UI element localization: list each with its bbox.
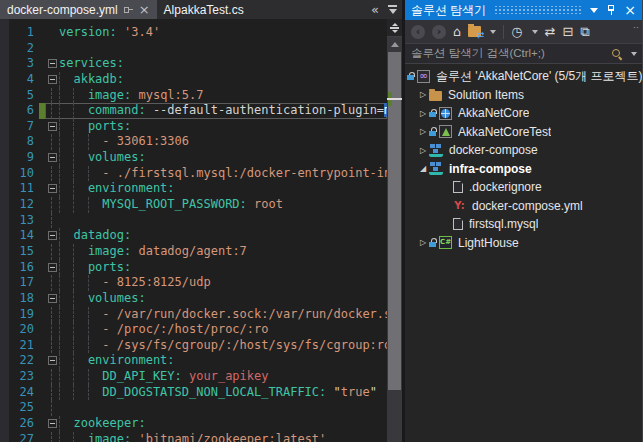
code-line[interactable]: 1version: '3.4' xyxy=(0,25,387,41)
expander-expanded-icon[interactable]: ◢ xyxy=(417,164,429,173)
search-icon[interactable] xyxy=(611,48,623,60)
collapse-all-icon[interactable]: ⊟ xyxy=(563,25,574,38)
switch-views-icon[interactable] xyxy=(468,26,481,37)
token: - ./firstsql.mysql:/docker-entrypoint-in… xyxy=(102,166,387,180)
collapse-toggle-icon[interactable] xyxy=(48,231,57,240)
code-line[interactable]: 19- /var/run/docker.sock:/var/run/docker… xyxy=(0,307,387,323)
code-line[interactable]: 25 xyxy=(0,400,387,416)
code-line[interactable]: 9volumes: xyxy=(0,150,387,166)
tree-item-firstsql-mysql[interactable]: firstsql.mysql xyxy=(405,215,642,234)
code-line[interactable]: 14datadog: xyxy=(0,228,387,244)
split-window-handle-icon[interactable] xyxy=(387,19,402,37)
code-line[interactable]: 8- 33061:3306 xyxy=(0,134,387,150)
fold-margin xyxy=(45,72,59,88)
fold-margin xyxy=(45,244,59,260)
pin-panel-icon[interactable] xyxy=(608,5,614,15)
code-line[interactable]: 4akkadb: xyxy=(0,72,387,88)
collapse-toggle-icon[interactable] xyxy=(48,59,57,68)
code-line[interactable]: 20- /proc/:/host/proc/:ro xyxy=(0,322,387,338)
code-line[interactable]: 17- 8125:8125/udp xyxy=(0,275,387,291)
line-number: 27 xyxy=(9,432,39,442)
pending-changes-filter-caret-icon[interactable] xyxy=(532,30,538,34)
editor-scrollbar[interactable] xyxy=(387,19,402,442)
code-line[interactable]: 24DD_DOGSTATSD_NON_LOCAL_TRAFFIC: "true" xyxy=(0,385,387,401)
show-all-files-icon[interactable]: ⧉ xyxy=(580,25,589,38)
expander-collapsed-icon[interactable]: ▷ xyxy=(417,109,429,118)
fold-margin xyxy=(45,213,59,229)
code-line[interactable]: 21- /sys/fs/cgroup/:/host/sys/fs/cgroup:… xyxy=(0,338,387,354)
code-line[interactable]: 26zookeeper: xyxy=(0,416,387,432)
back-icon[interactable]: ‹ xyxy=(411,25,425,39)
code-line[interactable]: 23DD_API_KEY: your_apikey xyxy=(0,369,387,385)
expander-collapsed-icon[interactable]: ▷ xyxy=(417,90,429,99)
switch-views-caret-icon[interactable] xyxy=(490,30,496,34)
tree-item-akkanetcore[interactable]: ▷AkkaNetCore xyxy=(405,104,642,123)
tab-list-dropdown-icon[interactable] xyxy=(388,5,397,14)
code-line[interactable]: 13 xyxy=(0,213,387,229)
line-number: 4 xyxy=(9,72,39,88)
code-line[interactable]: 6command: --default-authentication-plugi… xyxy=(0,103,387,119)
collapse-toggle-icon[interactable] xyxy=(48,263,57,272)
forward-icon[interactable]: › xyxy=(432,25,446,39)
code-line[interactable]: 2 xyxy=(0,41,387,57)
window-position-dropdown-icon[interactable] xyxy=(590,8,598,13)
code-line[interactable]: 15image: datadog/agent:7 xyxy=(0,244,387,260)
editor[interactable]: 1version: '3.4'23services:4akkadb:5image… xyxy=(0,19,387,442)
home-icon[interactable]: ⌂ xyxy=(453,25,461,38)
code-area[interactable]: 1version: '3.4'23services:4akkadb:5image… xyxy=(0,19,387,442)
panel-title-bar[interactable]: 솔루션 탐색기 × xyxy=(405,0,642,20)
test-project-icon xyxy=(439,125,452,138)
search-input[interactable]: 솔루션 탐색기 검색(Ctrl+;) xyxy=(411,46,611,61)
pending-changes-filter-icon[interactable]: ◷ xyxy=(511,25,522,38)
tree-item-solution-items[interactable]: ▷Solution Items xyxy=(405,86,642,105)
collapse-toggle-icon[interactable] xyxy=(48,153,57,162)
collapse-toggle-icon[interactable] xyxy=(48,75,57,84)
line-number: 13 xyxy=(9,213,39,229)
code-line[interactable]: 10- ./firstsql.mysql:/docker-entrypoint-… xyxy=(0,166,387,182)
sync-with-active-document-icon[interactable]: ⇄ xyxy=(545,25,556,38)
indent-guide xyxy=(59,275,73,291)
collapse-toggle-icon[interactable] xyxy=(48,419,57,428)
tree-item--dockerignore[interactable]: .dockerignore xyxy=(405,178,642,197)
pin-tab-icon[interactable] xyxy=(124,7,133,13)
fold-margin xyxy=(45,353,59,369)
code-line[interactable]: 22environment: xyxy=(0,353,387,369)
tree-item-akkanetcoretest[interactable]: ▷AkkaNetCoreTest xyxy=(405,123,642,142)
expander-collapsed-icon[interactable]: ▷ xyxy=(417,127,429,136)
search-box[interactable]: 솔루션 탐색기 검색(Ctrl+;) xyxy=(405,44,642,64)
glyph-margin xyxy=(0,400,9,416)
tree-item-lighthouse[interactable]: ▷C#LightHouse xyxy=(405,234,642,253)
code-line[interactable]: 7ports: xyxy=(0,119,387,135)
code-line[interactable]: 3services: xyxy=(0,56,387,72)
close-panel-icon[interactable]: × xyxy=(624,3,636,17)
code-line[interactable]: 27image: 'bitnami/zookeeper:latest' xyxy=(0,432,387,442)
tree-item-docker-compose-yml[interactable]: Y:docker-compose.yml xyxy=(405,197,642,216)
line-content: MYSQL_ROOT_PASSWORD: root xyxy=(45,197,387,213)
search-options-dropdown-icon[interactable] xyxy=(631,52,637,56)
tab-alpakkatest-cs[interactable]: AlpakkaTest.cs xyxy=(157,0,251,19)
collapse-toggle-icon[interactable] xyxy=(48,294,57,303)
code-line[interactable]: 12MYSQL_ROOT_PASSWORD: root xyxy=(0,197,387,213)
code-line[interactable]: 18volumes: xyxy=(0,291,387,307)
toolbar-overflow-icon[interactable]: ‥ xyxy=(633,20,639,30)
line-content: ports: xyxy=(45,260,387,276)
glyph-margin xyxy=(0,260,9,276)
code-line[interactable]: 5image: mysql:5.7 xyxy=(0,88,387,104)
scroll-up-icon[interactable] xyxy=(387,37,402,51)
glyph-margin xyxy=(0,119,9,135)
code-text: - 8125:8125/udp xyxy=(59,275,387,291)
close-tab-icon[interactable]: × xyxy=(139,3,150,16)
tree-item--akkanetcore-5-5-[interactable]: ∞솔루션 'AkkaNetCore' (5/5개 프로젝트) xyxy=(405,67,642,86)
expander-collapsed-icon[interactable]: ▷ xyxy=(417,146,429,155)
tab-docker-compose-yml[interactable]: docker-compose.yml × xyxy=(0,0,157,19)
code-line[interactable]: 11environment: xyxy=(0,181,387,197)
collapse-toggle-icon[interactable] xyxy=(48,184,57,193)
collapse-toggle-icon[interactable] xyxy=(48,356,57,365)
expander-collapsed-icon[interactable]: ▷ xyxy=(417,238,429,247)
line-content: - ./firstsql.mysql:/docker-entrypoint-in… xyxy=(45,166,387,182)
tree-item-docker-compose[interactable]: ▷docker-compose xyxy=(405,141,642,160)
tree-item-infra-compose[interactable]: ◢infra-compose xyxy=(405,160,642,179)
scroll-tabs-left-icon[interactable]: « xyxy=(371,2,379,17)
collapse-toggle-icon[interactable] xyxy=(48,122,57,131)
code-line[interactable]: 16ports: xyxy=(0,260,387,276)
